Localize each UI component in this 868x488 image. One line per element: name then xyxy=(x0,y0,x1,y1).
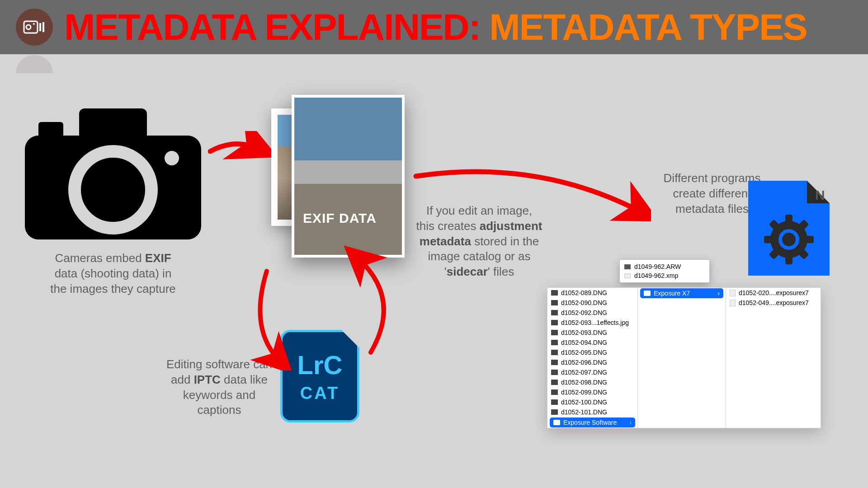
file-row: d1052-099.DNG xyxy=(547,387,637,397)
camera-icon xyxy=(25,108,201,241)
popup-row-arw: d1049-962.ARW xyxy=(620,262,709,271)
lrc-text-2: CAT xyxy=(300,384,340,403)
logo-icon xyxy=(16,9,53,46)
svg-marker-7 xyxy=(74,136,152,145)
exif-data-label: EXIF DATA xyxy=(303,211,377,226)
svg-point-2 xyxy=(33,23,35,25)
title-part2: METADATA TYPES xyxy=(489,6,807,48)
on1-settings-file-icon: N xyxy=(748,181,830,276)
finder-columns: d1052-089.DNG d1052-090.DNG d1052-092.DN… xyxy=(547,287,821,428)
file-row: d1052-098.DNG xyxy=(547,377,637,387)
arrow-photo-lrc-cycle xyxy=(249,239,402,371)
file-row: d1052-095.DNG xyxy=(547,347,637,357)
file-row: d1052-093...1effects.jpg xyxy=(547,318,637,328)
file-row: d1052-096.DNG xyxy=(547,357,637,367)
title-part1: METADATA EXPLAINED: xyxy=(64,6,480,48)
svg-point-1 xyxy=(26,25,31,29)
file-row: d1052-100.DNG xyxy=(547,397,637,407)
svg-text:N: N xyxy=(815,188,825,202)
svg-rect-4 xyxy=(42,22,44,32)
svg-rect-8 xyxy=(38,122,63,140)
file-row: d1052-092.DNG xyxy=(547,308,637,318)
file-row: d1052-094.DNG xyxy=(547,338,637,347)
caption-camera: Cameras embed EXIF data (shooting data) … xyxy=(47,251,179,296)
folder-row-selected: Exposure Software› xyxy=(550,418,635,427)
logo-reflection xyxy=(16,55,53,73)
file-row: d1052-097.DNG xyxy=(547,367,637,377)
folder-row-selected: Exposure X7› xyxy=(640,288,723,298)
file-row: d1052-101.DNG xyxy=(547,407,637,417)
file-row: d1052-093.DNG xyxy=(547,328,637,338)
svg-point-22 xyxy=(783,233,795,246)
file-row: d1052-090.DNG xyxy=(547,298,637,308)
popup-row-xmp: d1049-962.xmp xyxy=(620,271,709,280)
file-row: d1052-049....exposurex7 xyxy=(726,298,821,308)
arrow-camera-to-photo xyxy=(208,131,271,167)
header-bar: METADATA EXPLAINED: METADATA TYPES xyxy=(0,0,868,54)
sidecar-file-popup: d1049-962.ARW d1049-962.xmp xyxy=(619,259,710,283)
finder-col-2: Exposure X7› xyxy=(638,288,726,428)
file-row: d1052-020....exposurex7 xyxy=(726,288,821,298)
file-row: d1052-089.DNG xyxy=(547,288,637,298)
svg-point-10 xyxy=(165,151,179,165)
finder-col-3: d1052-020....exposurex7 d1052-049....exp… xyxy=(726,288,821,428)
photo-front: EXIF DATA xyxy=(292,95,405,258)
svg-rect-3 xyxy=(39,23,41,31)
finder-col-1: d1052-089.DNG d1052-090.DNG d1052-092.DN… xyxy=(547,288,638,428)
arrow-photo-to-files xyxy=(411,167,651,221)
